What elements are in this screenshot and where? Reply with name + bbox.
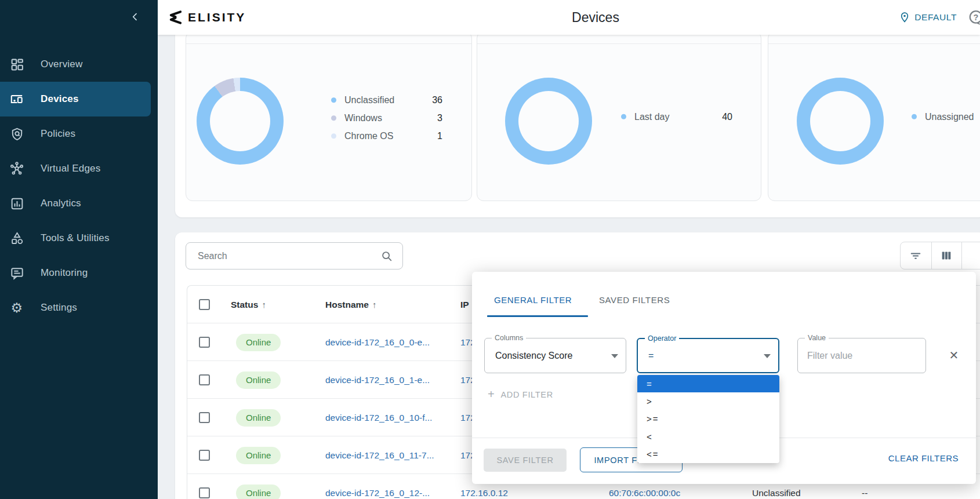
donut-hole bbox=[518, 91, 579, 151]
sidebar-item-analytics[interactable]: Analytics bbox=[0, 186, 158, 221]
donut-chart bbox=[505, 78, 592, 165]
search-input-wrapper bbox=[186, 242, 403, 269]
remove-filter-row-icon[interactable]: ✕ bbox=[946, 348, 961, 363]
chevron-left-icon bbox=[130, 12, 140, 21]
barchart-icon bbox=[9, 196, 24, 211]
column-header-status[interactable]: Status↑ bbox=[231, 286, 266, 323]
sidebar-item-policies[interactable]: Policies bbox=[0, 116, 158, 151]
chart-legend: Unassigned bbox=[912, 111, 980, 122]
site-label: DEFAULT bbox=[914, 12, 957, 23]
row-checkbox[interactable] bbox=[199, 412, 210, 423]
donut-chart bbox=[197, 78, 284, 165]
legend-label: Last day bbox=[634, 111, 722, 122]
hostname-link[interactable]: device-id-172_16_0_12-... bbox=[325, 474, 430, 499]
filter-value-input[interactable] bbox=[807, 338, 912, 373]
filter-operator-select[interactable]: Operator = bbox=[637, 338, 779, 373]
active-tab-indicator bbox=[487, 315, 588, 317]
filter-columns-select[interactable]: Columns Consistency Score bbox=[484, 338, 626, 373]
legend-row: Unassigned bbox=[912, 111, 980, 122]
donut-hole bbox=[210, 91, 270, 151]
location-pin-icon bbox=[899, 12, 910, 23]
clear-filters-button[interactable]: CLEAR FILTERS bbox=[888, 453, 959, 463]
hostname-link[interactable]: device-id-172_16_0_0-e... bbox=[325, 323, 430, 361]
chart-legend: Unclassified36Windows3Chrome OS1 bbox=[331, 95, 442, 141]
legend-value: 36 bbox=[432, 95, 442, 105]
more-view-button[interactable] bbox=[961, 242, 980, 269]
sidebar-item-monitoring[interactable]: Monitoring bbox=[0, 256, 158, 290]
operator-option-<=[interactable]: <= bbox=[637, 446, 779, 463]
row-checkbox[interactable] bbox=[199, 487, 210, 498]
sidebar-item-label: Policies bbox=[41, 128, 75, 140]
row-checkbox[interactable] bbox=[199, 450, 210, 461]
column-header-label: Hostname bbox=[325, 300, 369, 310]
columns-button[interactable] bbox=[931, 242, 962, 269]
sort-asc-icon: ↑ bbox=[262, 300, 266, 309]
legend-label: Windows bbox=[344, 113, 437, 123]
site-selector[interactable]: DEFAULT bbox=[899, 12, 957, 23]
legend-value: 1 bbox=[437, 131, 442, 141]
legend-row: Chrome OS1 bbox=[331, 131, 442, 141]
search-icon bbox=[380, 250, 393, 263]
legend-dot-icon bbox=[331, 115, 336, 121]
search-input[interactable] bbox=[198, 243, 372, 269]
operator-option-<[interactable]: < bbox=[637, 428, 779, 445]
column-header-ip[interactable]: IP bbox=[460, 286, 469, 323]
sidebar-item-label: Devices bbox=[41, 93, 79, 105]
add-filter-button[interactable]: + ADD FILTER bbox=[488, 388, 553, 401]
operator-field-value: = bbox=[648, 339, 654, 372]
summary-card-0: Unclassified36Windows3Chrome OS1 bbox=[186, 31, 472, 201]
legend-dot-icon bbox=[331, 97, 336, 103]
column-header-hostname[interactable]: Hostname↑ bbox=[325, 286, 376, 323]
legend-dot-icon bbox=[912, 114, 917, 119]
row-checkbox[interactable] bbox=[199, 374, 210, 385]
hostname-link[interactable]: device-id-172_16_0_10-f... bbox=[325, 399, 432, 436]
page-title: Devices bbox=[211, 0, 980, 35]
summary-card-2: Unassigned bbox=[768, 31, 980, 201]
dashboard-icon bbox=[9, 57, 24, 72]
hostname-link[interactable]: device-id-172_16_0_11-7... bbox=[325, 436, 434, 474]
dropdown-caret-icon bbox=[611, 354, 618, 358]
sidebar-item-settings[interactable]: ⚙Settings bbox=[0, 290, 158, 325]
sidebar-item-tools-utilities[interactable]: Tools & Utilities bbox=[0, 221, 158, 256]
column-header-label: Status bbox=[231, 300, 258, 310]
card-header-divider bbox=[768, 43, 980, 44]
legend-label: Unassigned bbox=[925, 111, 980, 122]
operator-option->[interactable]: > bbox=[637, 392, 779, 410]
select-all-checkbox[interactable] bbox=[199, 299, 210, 310]
shapes-icon bbox=[9, 231, 24, 246]
sidebar-item-overview[interactable]: Overview bbox=[0, 47, 158, 82]
elisity-logo-icon bbox=[168, 10, 183, 25]
sidebar-item-devices[interactable]: Devices bbox=[0, 82, 151, 116]
sort-asc-icon: ↑ bbox=[372, 300, 377, 309]
dropdown-caret-icon bbox=[764, 354, 771, 358]
operator-option->=[interactable]: >= bbox=[637, 410, 779, 428]
column-header-label: IP bbox=[460, 300, 469, 310]
help-icon[interactable]: ? bbox=[967, 9, 980, 26]
sidebar-item-virtual-edges[interactable]: Virtual Edges bbox=[0, 151, 158, 186]
operator-option-=[interactable]: = bbox=[637, 375, 779, 392]
devices-icon bbox=[9, 92, 24, 107]
legend-dot-icon bbox=[621, 114, 626, 119]
sidebar-item-label: Overview bbox=[41, 59, 82, 70]
tab-general-filter[interactable]: GENERAL FILTER bbox=[494, 295, 572, 305]
filter-button[interactable] bbox=[901, 242, 931, 269]
sidebar-collapse-button[interactable] bbox=[128, 9, 143, 24]
sidebar-item-label: Monitoring bbox=[41, 267, 88, 279]
sidebar-item-label: Virtual Edges bbox=[41, 163, 100, 174]
hostname-link[interactable]: device-id-172_16_0_1-e... bbox=[325, 361, 430, 399]
row-checkbox[interactable] bbox=[199, 337, 210, 348]
status-badge: Online bbox=[236, 485, 281, 499]
donut-chart bbox=[797, 78, 884, 165]
view-columns-icon bbox=[940, 249, 953, 262]
legend-label: Unclassified bbox=[344, 95, 432, 105]
status-badge: Online bbox=[236, 371, 281, 389]
tab-saved-filters[interactable]: SAVED FILTERS bbox=[599, 295, 670, 305]
save-filter-button[interactable]: SAVE FILTER bbox=[484, 449, 567, 472]
status-badge: Online bbox=[236, 334, 281, 351]
legend-value: 40 bbox=[722, 111, 732, 122]
add-filter-label: ADD FILTER bbox=[500, 390, 553, 399]
legend-value: 3 bbox=[437, 113, 442, 123]
operator-dropdown-menu: =>>=<<= bbox=[637, 375, 779, 463]
card-header-divider bbox=[477, 43, 761, 44]
sidebar: OverviewDevicesPoliciesVirtual EdgesAnal… bbox=[0, 0, 158, 499]
